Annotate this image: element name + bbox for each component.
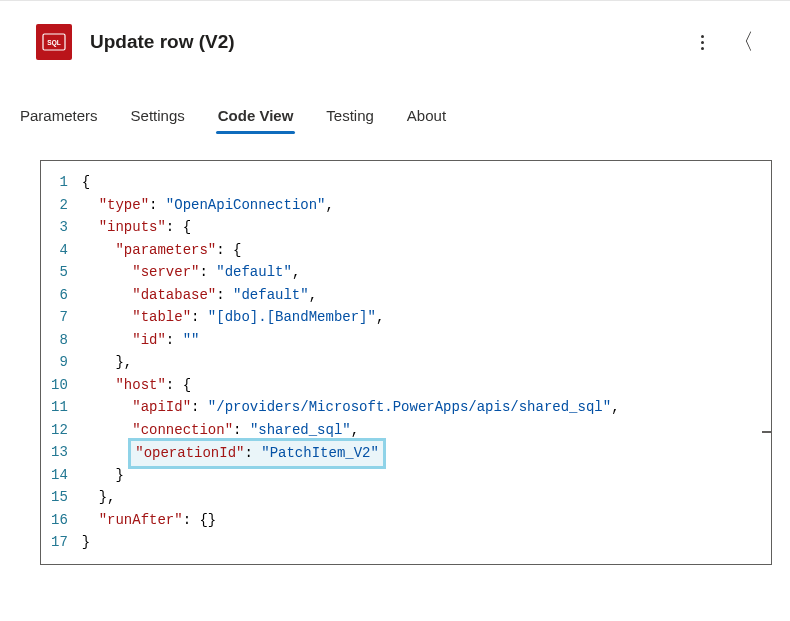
line-number: 14 xyxy=(51,464,68,487)
line-number: 6 xyxy=(51,284,68,307)
code-content[interactable]: { "type": "OpenApiConnection", "inputs":… xyxy=(82,171,771,554)
code-line: "operationId": "PatchItem_V2" xyxy=(82,441,771,464)
code-line: "database": "default", xyxy=(82,284,771,307)
code-line: "apiId": "/providers/Microsoft.PowerApps… xyxy=(82,396,771,419)
line-number: 8 xyxy=(51,329,68,352)
line-number: 10 xyxy=(51,374,68,397)
code-line: "id": "" xyxy=(82,329,771,352)
code-line: }, xyxy=(82,351,771,374)
line-number-gutter: 1 2 3 4 5 6 7 8 9 10 11 12 13 14 15 16 1… xyxy=(41,171,82,554)
line-number: 4 xyxy=(51,239,68,262)
line-number: 12 xyxy=(51,419,68,442)
code-line: } xyxy=(82,531,771,554)
page-title: Update row (V2) xyxy=(90,31,697,53)
code-line: "host": { xyxy=(82,374,771,397)
code-editor[interactable]: 1 2 3 4 5 6 7 8 9 10 11 12 13 14 15 16 1… xyxy=(41,171,771,554)
line-number: 11 xyxy=(51,396,68,419)
line-number: 7 xyxy=(51,306,68,329)
line-number: 5 xyxy=(51,261,68,284)
code-line: { xyxy=(82,171,771,194)
sql-connector-icon: SQL xyxy=(36,24,72,60)
tab-bar: Parameters Settings Code View Testing Ab… xyxy=(0,71,790,132)
line-number: 16 xyxy=(51,509,68,532)
tab-about[interactable]: About xyxy=(405,101,448,132)
code-line: "inputs": { xyxy=(82,216,771,239)
panel-header: SQL Update row (V2) 〈 xyxy=(0,1,790,71)
line-number: 1 xyxy=(51,171,68,194)
line-number: 15 xyxy=(51,486,68,509)
header-actions: 〈 xyxy=(697,23,760,61)
code-line: "parameters": { xyxy=(82,239,771,262)
code-line: "table": "[dbo].[BandMember]", xyxy=(82,306,771,329)
code-line: "server": "default", xyxy=(82,261,771,284)
code-line: "type": "OpenApiConnection", xyxy=(82,194,771,217)
svg-text:SQL: SQL xyxy=(47,39,60,47)
line-number: 2 xyxy=(51,194,68,217)
more-options-button[interactable] xyxy=(697,31,708,54)
code-line: }, xyxy=(82,486,771,509)
tab-parameters[interactable]: Parameters xyxy=(18,101,100,132)
highlighted-code: "operationId": "PatchItem_V2" xyxy=(128,438,386,469)
tab-testing[interactable]: Testing xyxy=(324,101,376,132)
line-number: 9 xyxy=(51,351,68,374)
tab-code-view[interactable]: Code View xyxy=(216,101,296,132)
line-number: 13 xyxy=(51,441,68,464)
collapse-button[interactable]: 〈 xyxy=(726,23,760,61)
code-line: "runAfter": {} xyxy=(82,509,771,532)
tab-settings[interactable]: Settings xyxy=(129,101,187,132)
line-number: 17 xyxy=(51,531,68,554)
code-editor-container: 1 2 3 4 5 6 7 8 9 10 11 12 13 14 15 16 1… xyxy=(40,160,772,565)
line-number: 3 xyxy=(51,216,68,239)
